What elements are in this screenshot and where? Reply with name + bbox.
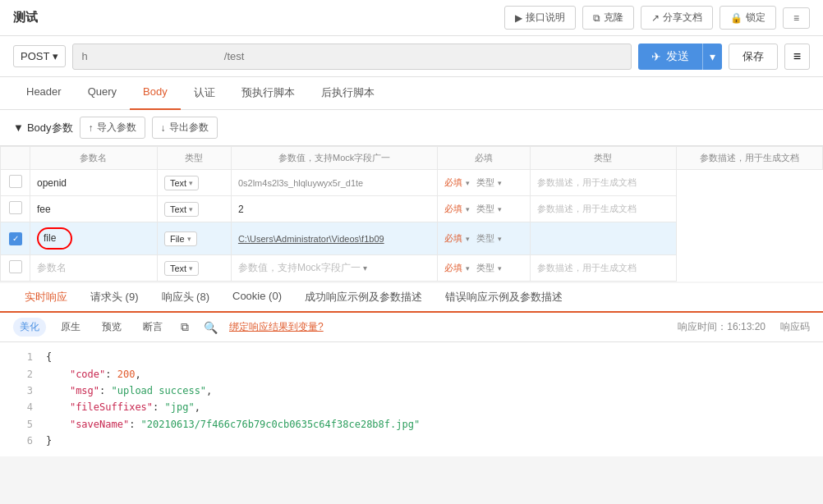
clone-button[interactable]: ⧉ 克隆 [582,6,634,30]
send-dropdown[interactable]: ▾ [702,44,722,70]
tab-body[interactable]: Body [130,77,181,110]
type-cell[interactable]: Text ▾ [157,170,231,196]
required-cell[interactable]: 必填 ▾ 类型 ▾ [438,222,530,255]
export-params-button[interactable]: ↓ 导出参数 [152,117,218,139]
preview-button[interactable]: 预览 [95,318,128,337]
desc-cell[interactable]: 参数描述，用于生成文档 [530,170,676,196]
value-cell[interactable]: 参数值，支持Mock字段广一 ▾ [231,255,437,282]
hamburger-button[interactable]: ≡ [784,44,810,70]
checkbox-file[interactable]: ✓ [9,232,22,245]
checkbox-openid[interactable] [9,175,22,188]
save-button[interactable]: 保存 [729,44,778,70]
tab-header[interactable]: Header [13,77,75,110]
body-section: ▼ Body参数 ↑ 导入参数 ↓ 导出参数 参数名 类型 参数值，支持Mock… [0,110,823,282]
file-type-badge[interactable]: File ▾ [164,231,197,246]
row-checkbox-cell[interactable] [1,170,30,196]
bind-variable-link[interactable]: 绑定响应结果到变量? [229,320,324,334]
clone-icon: ⧉ [593,12,600,24]
tab-realtime-response[interactable]: 实时响应 [13,283,79,313]
code-line-2: 2 "code": 200, [13,366,810,383]
body-toolbar: ▼ Body参数 ↑ 导入参数 ↓ 导出参数 [0,110,823,146]
method-select[interactable]: POST ▾ [13,45,66,67]
search-icon: 🔍 [204,321,218,334]
top-actions: ▶ 接口说明 ⧉ 克隆 ↗ 分享文档 🔒 锁定 ≡ [504,6,810,30]
type-badge[interactable]: Text ▾ [164,202,199,217]
required-cell[interactable]: 必填 ▾ 类型 ▾ [438,170,530,196]
copy-button[interactable]: ⧉ [177,318,192,336]
response-status: 响应码 [780,320,810,334]
param-name-cell[interactable]: openid [30,170,158,196]
param-name-cell[interactable]: fee [30,196,158,222]
response-toolbar: 美化 原生 预览 断言 ⧉ 🔍 绑定响应结果到变量? 响应时间：16:13:20… [0,313,823,342]
lock-button[interactable]: 🔒 锁定 [720,6,776,30]
share-icon: ↗ [651,12,660,24]
response-tabs: 实时响应 请求头 (9) 响应头 (8) Cookie (0) 成功响应示例及参… [0,283,823,313]
top-bar: 测试 ▶ 接口说明 ⧉ 克隆 ↗ 分享文档 🔒 锁定 ≡ [0,0,823,36]
send-icon: ✈ [651,50,661,63]
url-input[interactable] [72,44,631,70]
desc-cell[interactable]: 参数描述，用于生成文档 [530,196,676,222]
play-icon: ▶ [515,12,522,24]
type-badge[interactable]: Text ▾ [164,261,199,276]
tab-response-headers[interactable]: 响应头 (8) [150,283,222,313]
table-row: openid Text ▾ 0s2lm4s2l3s_hlqluywyx5r_d1… [1,170,823,196]
assert-button[interactable]: 断言 [136,318,169,337]
tab-query[interactable]: Query [75,77,130,110]
tab-request-headers[interactable]: 请求头 (9) [79,283,150,313]
url-bar: POST ▾ ✈ 发送 ▾ 保存 ≡ [0,36,823,77]
desc-cell[interactable]: 参数描述，用于生成文档 [530,255,676,282]
lock-icon: 🔒 [730,12,743,24]
desc-cell[interactable] [530,222,676,255]
row-checkbox-cell[interactable] [1,255,30,282]
param-name-cell[interactable]: 参数名 [30,255,158,282]
type-cell[interactable]: File ▾ [157,222,231,255]
row-checkbox-cell[interactable]: ✓ [1,222,30,255]
search-button[interactable]: 🔍 [200,319,221,336]
required-cell[interactable]: 必填 ▾ 类型 ▾ [438,255,530,282]
row-checkbox-cell[interactable] [1,196,30,222]
copy-icon: ⧉ [181,320,189,333]
code-line-6: 6 } [13,433,810,449]
chevron-down-icon: ▾ [53,50,58,62]
col-checkbox [1,147,30,170]
menu-icon: ≡ [793,12,799,24]
beautify-button[interactable]: 美化 [13,318,46,337]
code-area: 1 { 2 "code": 200, 3 "msg": "upload succ… [0,342,823,456]
code-line-1: 1 { [13,349,810,365]
value-cell[interactable]: C:\Users\Administrator\Videos\f1b09 [231,222,437,255]
tab-cookie[interactable]: Cookie (0) [221,283,293,313]
body-params-label: ▼ Body参数 [13,121,73,135]
code-line-3: 3 "msg": "upload success", [13,383,810,399]
share-button[interactable]: ↗ 分享文档 [641,6,713,30]
upload-icon: ↑ [89,122,94,134]
hamburger-icon: ≡ [793,49,801,63]
send-main[interactable]: ✈ 发送 [638,44,702,70]
download-icon: ↓ [161,122,166,134]
type-badge[interactable]: Text ▾ [164,176,199,190]
col-required: 必填 [438,147,530,170]
send-button[interactable]: ✈ 发送 ▾ [638,44,722,70]
import-params-button[interactable]: ↑ 导入参数 [80,117,145,139]
collapse-icon[interactable]: ▼ [13,121,24,134]
param-name-cell[interactable]: file [30,222,158,255]
value-cell[interactable]: 0s2lm4s2l3s_hlqluywyx5r_d1te [231,170,437,196]
tab-auth[interactable]: 认证 [181,77,228,110]
code-line-5: 5 "saveName": "20210613/7f466c76b79c0cb0… [13,416,810,433]
request-tabs: Header Query Body 认证 预执行脚本 后执行脚本 [0,77,823,110]
tab-success-example[interactable]: 成功响应示例及参数描述 [293,283,434,313]
value-cell[interactable]: 2 [231,196,437,222]
checkbox-fee[interactable] [9,201,22,214]
raw-button[interactable]: 原生 [54,318,87,337]
required-cell[interactable]: 必填 ▾ 类型 ▾ [438,196,530,222]
menu-button[interactable]: ≡ [783,7,810,29]
type-cell[interactable]: Text ▾ [157,196,231,222]
checkbox-new[interactable] [9,260,22,273]
col-name: 参数名 [30,147,158,170]
response-time: 响应时间：16:13:20 [678,320,766,334]
api-doc-button[interactable]: ▶ 接口说明 [504,6,576,30]
tab-post-script[interactable]: 后执行脚本 [308,77,388,110]
tab-pre-script[interactable]: 预执行脚本 [228,77,308,110]
tab-error-example[interactable]: 错误响应示例及参数描述 [434,283,574,313]
type-cell[interactable]: Text ▾ [157,255,231,282]
col-desc: 参数描述，用于生成文档 [676,147,822,170]
